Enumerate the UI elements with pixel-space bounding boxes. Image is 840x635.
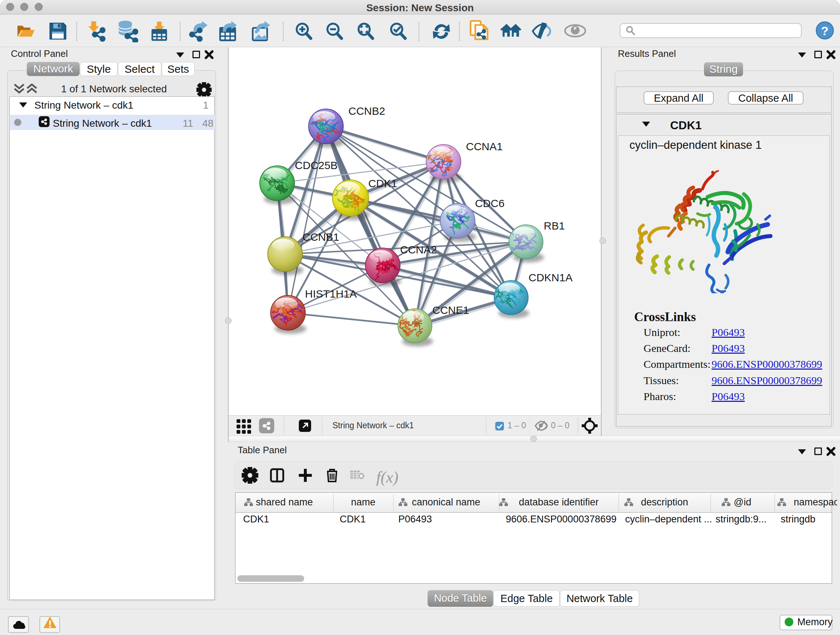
svg-text:CDK1: CDK1 [368,177,397,189]
svg-text:HIST1H1A: HIST1H1A [305,288,357,300]
svg-text:RB1: RB1 [544,220,565,232]
svg-text:CDC6: CDC6 [475,197,505,209]
svg-text:CCNB1: CCNB1 [302,231,339,243]
svg-text:CCNB2: CCNB2 [348,105,385,117]
svg-text:CDC25B: CDC25B [295,159,338,171]
svg-text:CCNE1: CCNE1 [432,304,469,316]
svg-text:CCNA1: CCNA1 [466,141,503,152]
svg-text:CCNA2: CCNA2 [400,244,437,256]
svg-text:CDKN1A: CDKN1A [529,272,573,283]
